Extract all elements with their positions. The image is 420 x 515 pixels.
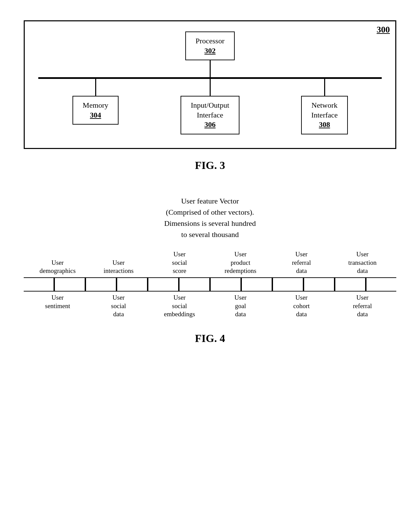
fv-segment-6 xyxy=(179,278,210,291)
bottom-label-referral-data: Userreferraldata xyxy=(332,294,393,319)
fv-segment-2 xyxy=(54,278,85,291)
ufv-line4: to several thousand xyxy=(181,230,239,239)
ufv-line2: (Comprised of other vectors). xyxy=(166,208,254,216)
bottom-label-goal-data: Usergoaldata xyxy=(210,294,271,319)
bottom-label-social-embeddings: Usersocialembeddings xyxy=(149,294,210,319)
top-labels-row: Userdemographics Userinteractions Userso… xyxy=(24,250,396,275)
memory-number: 304 xyxy=(83,110,108,120)
io-interface-column: Input/OutputInterface 306 xyxy=(153,79,267,134)
top-label-transaction-data: Usertransactiondata xyxy=(332,250,393,275)
v-line-network xyxy=(324,79,325,96)
processor-label: Processor xyxy=(195,36,225,46)
network-interface-number: 308 xyxy=(311,120,338,130)
three-components-row: Memory 304 Input/OutputInterface 306 Net… xyxy=(38,79,382,134)
memory-column: Memory 304 xyxy=(38,79,153,125)
processor-row: Processor 302 xyxy=(38,31,382,60)
fv-segment-7 xyxy=(210,278,241,291)
io-interface-label: Input/OutputInterface xyxy=(191,101,229,120)
v-line-processor-to-bus xyxy=(210,60,211,77)
top-label-social-score: Usersocialscore xyxy=(149,250,210,275)
bottom-label-sentiment: Usersentiment xyxy=(27,294,88,310)
fv-segment-3 xyxy=(85,278,117,291)
fv-segment-4 xyxy=(117,278,148,291)
top-label-product-redemptions: Userproductredemptions xyxy=(210,250,271,275)
fv-segment-5 xyxy=(148,278,179,291)
bottom-label-cohort-data: Usercohortdata xyxy=(271,294,332,319)
processor-box: Processor 302 xyxy=(185,31,235,60)
network-interface-box: NetworkInterface 308 xyxy=(301,96,348,134)
fig3-label: FIG. 3 xyxy=(195,159,225,172)
v-line-memory xyxy=(95,79,96,96)
memory-box: Memory 304 xyxy=(72,96,119,125)
fv-segment-9 xyxy=(272,278,303,291)
v-line-io xyxy=(210,79,211,96)
fv-segment-1 xyxy=(24,278,54,291)
ufv-line3: Dimensions is several hundred xyxy=(164,219,256,228)
fv-segment-10 xyxy=(303,278,335,291)
io-interface-box: Input/OutputInterface 306 xyxy=(181,96,239,134)
io-interface-number: 306 xyxy=(191,120,229,130)
fv-segment-11 xyxy=(335,278,366,291)
ufv-description: User feature Vector (Comprised of other … xyxy=(24,195,396,240)
top-label-referral-data: Userreferraldata xyxy=(271,250,332,275)
bottom-labels-row: Usersentiment Usersocialdata Usersociale… xyxy=(24,294,396,319)
network-interface-column: NetworkInterface 308 xyxy=(267,79,382,134)
fig3-diagram: 300 Processor 302 Memory 304 Input/Outpu… xyxy=(24,20,396,149)
feature-vector-diagram: Userdemographics Userinteractions Userso… xyxy=(24,250,396,319)
network-interface-label: NetworkInterface xyxy=(311,101,338,120)
feature-vector-bar xyxy=(24,277,396,292)
memory-label: Memory xyxy=(83,101,108,110)
fig4-label: FIG. 4 xyxy=(24,332,396,345)
fv-segment-8 xyxy=(241,278,272,291)
diagram-number-300: 300 xyxy=(377,25,390,35)
fig4-diagram: User feature Vector (Comprised of other … xyxy=(24,195,396,345)
top-label-interactions: Userinteractions xyxy=(88,259,149,275)
bottom-label-social-data: Usersocialdata xyxy=(88,294,149,319)
processor-number: 302 xyxy=(195,46,225,56)
horizontal-bus xyxy=(38,77,382,79)
top-label-demographics: Userdemographics xyxy=(27,259,88,275)
fv-segment-12 xyxy=(366,278,396,291)
ufv-line1: User feature Vector xyxy=(181,197,239,205)
